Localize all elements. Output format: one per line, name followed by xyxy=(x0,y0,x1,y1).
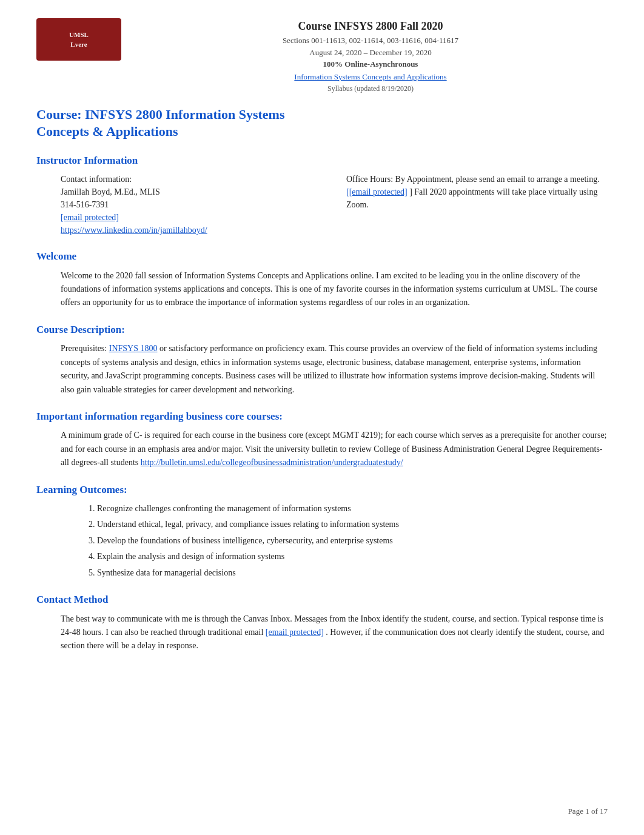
page: UMSLLvere Course INFSYS 2800 Fall 2020 S… xyxy=(0,0,644,835)
instructor-block: Contact information: Jamillah Boyd, M.Ed… xyxy=(36,173,608,236)
header-course-title: Course INFSYS 2800 Fall 2020 xyxy=(133,18,608,35)
instructor-left: Contact information: Jamillah Boyd, M.Ed… xyxy=(61,173,322,236)
contact-email-link[interactable]: [email protected] xyxy=(266,628,324,637)
header-course-link[interactable]: Information Systems Concepts and Applica… xyxy=(294,72,446,81)
important-body: A minimum grade of C- is required for ea… xyxy=(36,429,608,469)
header-sections: Sections 001-11613, 002-11614, 003-11616… xyxy=(133,35,608,47)
instructor-section: Instructor Information Contact informati… xyxy=(36,153,608,237)
instructor-name: Jamillah Boyd, M.Ed., MLIS xyxy=(61,186,322,198)
important-section: Important information regarding business… xyxy=(36,409,608,470)
instructor-phone: 314-516-7391 xyxy=(61,198,322,211)
header: UMSLLvere Course INFSYS 2800 Fall 2020 S… xyxy=(36,18,608,94)
bulletin-link[interactable]: http://bulletin.umsl.edu/collegeofbusine… xyxy=(141,458,403,467)
instructor-email[interactable]: [email protected] xyxy=(61,213,119,222)
welcome-title: Welcome xyxy=(36,249,608,264)
logo-text: UMSLLvere xyxy=(67,27,91,52)
list-item: Understand ethical, legal, privacy, and … xyxy=(97,518,608,531)
list-item: Develop the foundations of business inte… xyxy=(97,534,608,548)
instructor-right: Office Hours: By Appointment, please sen… xyxy=(346,173,608,236)
course-desc-title: Course Description: xyxy=(36,322,608,338)
welcome-section: Welcome Welcome to the 2020 fall session… xyxy=(36,249,608,310)
page-title: Course: INFSYS 2800 Information Systems … xyxy=(36,106,608,141)
page-title-line1: Course: INFSYS 2800 Information Systems xyxy=(36,107,284,122)
header-syllabus: Syllabus (updated 8/19/2020) xyxy=(133,83,608,94)
course-desc-body: Prerequisites: INFSYS 1800 or satisfacto… xyxy=(36,342,608,397)
list-item: Synthesize data for managerial decisions xyxy=(97,566,608,580)
important-title: Important information regarding business… xyxy=(36,409,608,424)
contact-section: Contact Method The best way to communica… xyxy=(36,592,608,653)
page-title-line2: Concepts & Applications xyxy=(36,124,178,139)
instructor-linkedin[interactable]: https://www.linkedin.com/in/jamillahboyd… xyxy=(61,226,207,235)
header-mode: 100% Online-Asynchronous xyxy=(133,58,608,70)
contact-method-title: Contact Method xyxy=(36,592,608,608)
learning-list: Recognize challenges confronting the man… xyxy=(61,502,608,580)
course-desc-prefix: Prerequisites: xyxy=(61,344,109,353)
page-number: Page 1 of 17 xyxy=(568,805,608,817)
office-email-info: [[email protected] ] Fall 2020 appointme… xyxy=(346,186,608,211)
welcome-body: Welcome to the 2020 fall session of Info… xyxy=(36,269,608,310)
contact-label: Contact information: xyxy=(61,173,322,186)
list-item: Recognize challenges confronting the man… xyxy=(97,502,608,515)
office-email-link[interactable]: [[email protected] xyxy=(346,187,408,196)
infsys-1800-link[interactable]: INFSYS 1800 xyxy=(109,344,158,353)
course-desc-section: Course Description: Prerequisites: INFSY… xyxy=(36,322,608,397)
list-item: Explain the analysis and design of infor… xyxy=(97,550,608,563)
learning-title: Learning Outcomes: xyxy=(36,482,608,498)
learning-body: Recognize challenges confronting the man… xyxy=(36,502,608,580)
header-dates: August 24, 2020 – December 19, 2020 xyxy=(133,47,608,59)
instructor-section-title: Instructor Information xyxy=(36,153,608,169)
contact-method-body: The best way to communicate with me is t… xyxy=(36,612,608,653)
university-logo: UMSLLvere xyxy=(36,18,121,61)
header-info: Course INFSYS 2800 Fall 2020 Sections 00… xyxy=(121,18,608,94)
learning-section: Learning Outcomes: Recognize challenges … xyxy=(36,482,608,580)
office-hours-text: Office Hours: By Appointment, please sen… xyxy=(346,173,608,186)
